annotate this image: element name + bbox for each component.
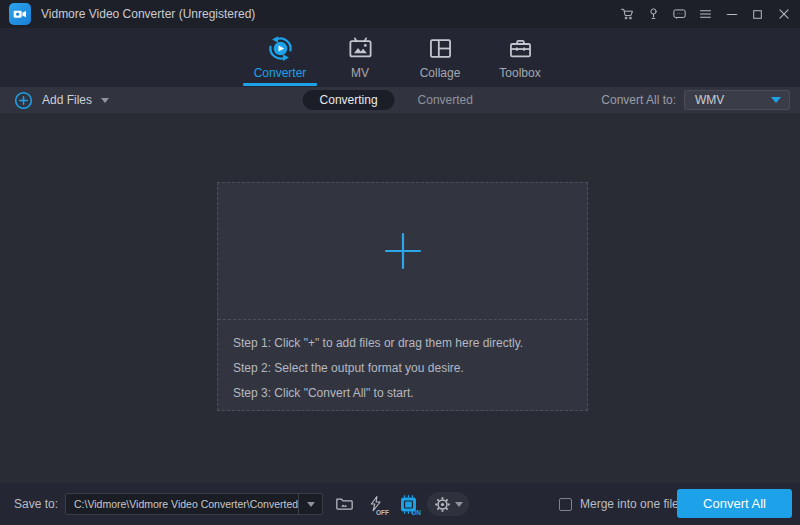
folder-icon [334,494,355,514]
output-format-group: Convert All to: WMV [601,90,790,110]
tab-converter-label: Converter [254,66,307,80]
high-speed-toggle-button[interactable]: OFF [363,492,389,516]
format-select[interactable]: WMV [684,90,790,110]
merge-checkbox[interactable] [559,498,572,511]
step-2-text: Step 2: Select the output format you des… [233,356,587,381]
feedback-icon[interactable] [672,6,687,22]
menu-icon[interactable] [698,6,713,22]
convert-all-to-label: Convert All to: [601,93,676,107]
tab-converting[interactable]: Converting [303,90,395,110]
merge-into-one-file-option[interactable]: Merge into one file [559,497,679,511]
instruction-steps: Step 1: Click "+" to add files or drag t… [218,320,587,406]
main-area: Step 1: Click "+" to add files or drag t… [0,113,800,483]
add-files-label: Add Files [42,93,92,107]
gpu-state-badge: ON [411,510,421,517]
convert-all-button[interactable]: Convert All [677,489,792,518]
cart-icon[interactable] [620,6,635,22]
minimize-button[interactable] [724,6,739,22]
save-path-caret-icon [307,502,315,507]
step-3-text: Step 3: Click "Convert All" to start. [233,381,587,406]
format-select-caret-icon [771,97,781,103]
close-button[interactable] [776,6,791,22]
high-speed-state-badge: OFF [376,510,389,517]
add-files-plus-icon [14,91,33,110]
tab-collage-label: Collage [420,66,461,80]
file-drop-zone[interactable]: Step 1: Click "+" to add files or drag t… [217,182,588,411]
tab-converted[interactable]: Converted [401,90,490,110]
tab-toolbox[interactable]: Toolbox [480,28,560,87]
format-selected-value: WMV [695,93,771,107]
view-switch: Converting Converted [303,90,490,110]
footer-tools: OFF ON [331,492,469,516]
save-path-value[interactable]: C:\Vidmore\Vidmore Video Converter\Conve… [66,498,298,510]
settings-button[interactable] [427,492,469,516]
tab-converter[interactable]: Converter [240,28,320,87]
gpu-accel-toggle-button[interactable]: ON [395,492,421,516]
save-to-label: Save to: [14,497,58,511]
main-nav: Converter MV Collage [0,28,800,87]
sub-toolbar: Add Files Converting Converted Convert A… [0,87,800,113]
tab-mv[interactable]: MV [320,28,400,87]
add-files-button[interactable]: Add Files [14,91,109,110]
drop-zone-add-area[interactable] [218,183,587,320]
footer-bar: Save to: C:\Vidmore\Vidmore Video Conver… [0,483,800,525]
maximize-button[interactable] [750,6,765,22]
app-window: Vidmore Video Converter (Unregistered) [0,0,800,525]
tab-mv-label: MV [351,66,369,80]
gear-icon [434,496,451,513]
save-path-field[interactable]: C:\Vidmore\Vidmore Video Converter\Conve… [65,493,323,515]
add-plus-icon [384,232,422,270]
tab-toolbox-label: Toolbox [499,66,540,80]
open-folder-button[interactable] [331,492,357,516]
step-1-text: Step 1: Click "+" to add files or drag t… [233,331,587,356]
add-files-caret-icon [101,98,109,103]
window-title: Vidmore Video Converter (Unregistered) [41,7,255,21]
merge-checkbox-label: Merge into one file [580,497,679,511]
app-logo-icon [9,3,31,25]
tab-collage[interactable]: Collage [400,28,480,87]
tips-lamp-icon[interactable] [646,6,661,22]
title-bar: Vidmore Video Converter (Unregistered) [0,0,800,28]
save-path-dropdown-button[interactable] [298,494,322,514]
settings-caret-icon [455,502,463,507]
